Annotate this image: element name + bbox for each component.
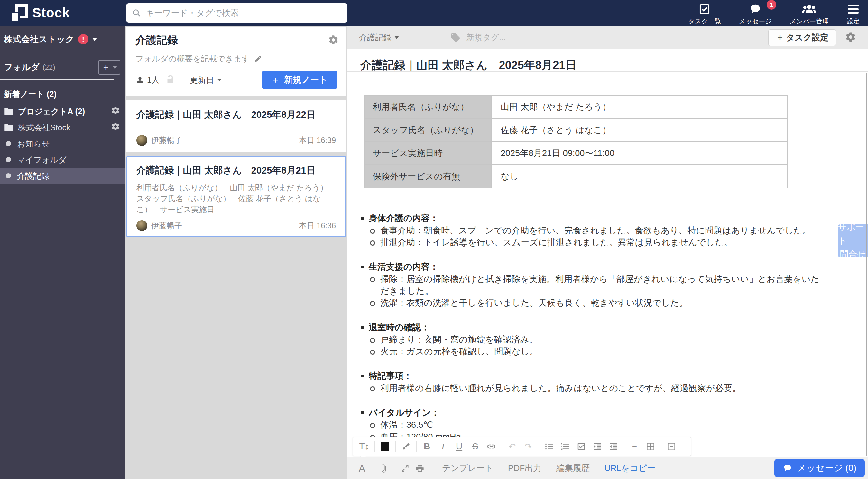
outdent-button[interactable]	[606, 440, 622, 454]
horizontal-rule-button[interactable]: −	[626, 440, 643, 454]
new-note-button[interactable]: ＋ 新規ノート	[261, 71, 338, 89]
note-card-aug21[interactable]: 介護記録｜山田 太郎さん 2025年8月21日 利用者氏名（ふりがな） 山田 太…	[126, 156, 346, 237]
support-contact-tab[interactable]: サポート 問合せ	[838, 224, 868, 257]
global-search[interactable]	[126, 3, 347, 23]
numbered-list-button[interactable]	[557, 440, 573, 454]
new-tag-input[interactable]	[466, 32, 564, 42]
support-line1: サポート	[838, 220, 868, 247]
chevron-down-icon	[395, 36, 399, 39]
new-note-label: 新規ノート	[284, 74, 328, 86]
task-check-icon	[699, 3, 711, 16]
section-heading: 退室時の確認：	[369, 321, 430, 334]
strikethrough-button[interactable]: S	[467, 440, 483, 454]
avatar	[136, 220, 147, 231]
table-label: サービス実施日時	[365, 142, 491, 165]
table-value: 山田 太郎（やまだ たろう）	[491, 95, 787, 118]
topbar: Stock タスク一覧 1 メッセージ	[0, 0, 868, 26]
chat-bubble-icon	[749, 3, 762, 16]
section-item: 体温：36.5℃	[380, 419, 433, 431]
indent-button[interactable]	[589, 440, 606, 454]
sidebar-item-oshirase[interactable]: お知らせ	[0, 136, 125, 152]
collapse-block-button[interactable]	[663, 440, 679, 454]
app-logo[interactable]: Stock	[11, 4, 70, 22]
table-button[interactable]	[643, 440, 658, 454]
bullet-list-button[interactable]	[541, 440, 557, 454]
plus-icon: ＋	[102, 63, 110, 71]
section-physical-care: 身体介護の内容： 食事介助：朝食時、スプーンでの介助を行い、完食されました。食欲…	[360, 212, 826, 248]
edit-history-link[interactable]: 編集履歴	[556, 462, 590, 474]
sidebar-item-project-a[interactable]: プロジェクトA (2)	[0, 103, 125, 119]
note-timestamp: 本日 16:39	[299, 135, 336, 146]
gear-icon[interactable]	[111, 106, 120, 117]
nav-task-list[interactable]: タスク一覧	[688, 3, 721, 26]
chevron-down-icon	[113, 66, 117, 69]
circle-bullet-icon	[370, 229, 375, 234]
message-button[interactable]: メッセージ (0)	[774, 459, 865, 477]
folder-dropdown-label: 介護記録	[359, 32, 391, 43]
tag-icon[interactable]	[451, 32, 461, 43]
checkbox-button[interactable]	[573, 440, 589, 454]
stock-logo-icon	[11, 4, 28, 22]
note-card-title: 介護記録｜山田 太郎さん 2025年8月22日	[136, 109, 336, 121]
expand-icon	[401, 464, 409, 473]
section-exit-check: 退室時の確認： 戸締まり：玄関・窓の施錠を確認済み。 火元：ガスの元栓を確認し、…	[360, 321, 826, 358]
highlighter-button[interactable]	[398, 440, 414, 454]
support-line2: 問合せ	[840, 247, 866, 261]
folder-dropdown[interactable]: 介護記録	[359, 32, 399, 43]
circle-bullet-icon	[370, 350, 375, 355]
nav-member-management[interactable]: メンバー管理	[790, 3, 829, 26]
sidebar-item-my-folder[interactable]: マイフォルダ	[0, 152, 125, 168]
section-heading: 特記事項：	[369, 369, 412, 383]
gear-icon[interactable]	[845, 31, 857, 44]
bold-button[interactable]: B	[419, 440, 435, 454]
font-style-button[interactable]: A	[354, 461, 369, 475]
sidebar-item-label: 介護記録	[17, 171, 49, 181]
nav-task-label: タスク一覧	[688, 17, 721, 26]
table-row: 保険外サービスの有無 なし	[365, 165, 787, 188]
attachment-button[interactable]	[376, 461, 391, 475]
sidebar-item-company-stock[interactable]: 株式会社Stock	[0, 119, 125, 136]
numbered-list-icon	[560, 442, 570, 451]
message-button-label: メッセージ (0)	[797, 462, 857, 474]
redo-button[interactable]: ↷	[520, 440, 536, 454]
undo-button[interactable]: ↶	[504, 440, 520, 454]
chevron-down-icon	[92, 38, 97, 41]
print-button[interactable]	[412, 461, 427, 475]
scrollbar[interactable]	[866, 73, 867, 456]
add-folder-button[interactable]: ＋	[98, 60, 120, 75]
link-button[interactable]	[483, 440, 499, 454]
paperclip-icon	[379, 464, 388, 473]
folders-header: フォルダ (22) ＋	[0, 45, 125, 75]
template-link[interactable]: テンプレート	[442, 462, 493, 474]
org-switcher[interactable]: 株式会社ストック !	[0, 26, 125, 45]
note-author: 伊藤暢子	[151, 135, 182, 146]
folder-description[interactable]: フォルダの概要を記載できます	[135, 54, 338, 64]
note-card-aug22[interactable]: 介護記録｜山田 太郎さん 2025年8月22日 伊藤暢子 本日 16:39	[126, 100, 346, 152]
message-count-badge: 1	[767, 0, 776, 10]
underline-button[interactable]: U	[451, 440, 467, 454]
sidebar: 株式会社ストック ! フォルダ (22) ＋ 新着ノート (2) プロジェクトA…	[0, 26, 125, 479]
plus-icon: ＋	[776, 32, 784, 43]
square-bullet-icon	[361, 411, 364, 414]
copy-url-link[interactable]: URLをコピー	[604, 462, 655, 474]
task-settings-button[interactable]: ＋ タスク設定	[768, 29, 836, 46]
members-icon	[802, 3, 816, 16]
text-size-button[interactable]: T↕	[356, 440, 372, 454]
gear-icon[interactable]	[111, 122, 120, 133]
expand-button[interactable]	[398, 461, 412, 475]
sidebar-item-care-records[interactable]: 介護記録	[0, 168, 125, 184]
section-life-support: 生活支援の内容： 掃除：居室の掃除機がけと拭き掃除を実施。利用者様から「部屋がき…	[360, 261, 826, 309]
nav-settings[interactable]: 設定	[847, 3, 860, 26]
outdent-icon	[609, 442, 618, 451]
nav-messages[interactable]: 1 メッセージ	[739, 3, 772, 26]
font-color-button[interactable]	[377, 440, 393, 454]
pdf-export-link[interactable]: PDF出力	[508, 462, 541, 474]
divider	[374, 441, 375, 452]
gear-icon[interactable]	[328, 34, 339, 47]
sort-dropdown[interactable]: 更新日	[190, 75, 222, 85]
note-card-footer: 伊藤暢子 本日 16:39	[136, 135, 336, 146]
italic-button[interactable]: I	[435, 440, 451, 454]
section-item: 火元：ガスの元栓を確認し、問題なし。	[380, 346, 538, 358]
highlighter-icon	[402, 442, 410, 451]
search-input[interactable]	[145, 8, 342, 18]
